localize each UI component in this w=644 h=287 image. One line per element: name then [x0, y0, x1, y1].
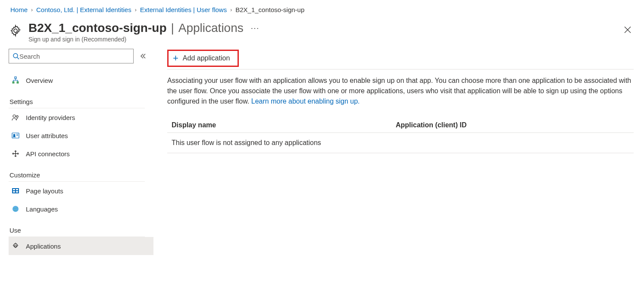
breadcrumb-current: B2X_1_contoso-sign-up — [235, 6, 304, 13]
svg-rect-5 — [15, 77, 16, 79]
svg-point-0 — [14, 29, 17, 32]
people-icon — [11, 113, 20, 122]
sidebar-item-identity-providers[interactable]: Identity providers — [9, 108, 153, 126]
svg-line-4 — [17, 57, 19, 59]
move-arrows-icon — [11, 149, 20, 158]
add-application-label: Add application — [183, 54, 230, 62]
sidebar-item-label: Identity providers — [26, 114, 75, 121]
sidebar-item-label: API connectors — [26, 150, 70, 158]
sidebar-item-label: Applications — [26, 243, 61, 250]
svg-rect-7 — [17, 82, 19, 83]
breadcrumb-link-directory[interactable]: Contoso, Ltd. | External Identities — [36, 6, 131, 13]
collapse-sidebar-button[interactable] — [140, 53, 147, 60]
gear-icon — [9, 24, 22, 38]
more-actions-button[interactable]: ⋯ — [248, 23, 263, 33]
sidebar-group-customize: Customize — [9, 163, 145, 182]
sidebar-group-settings: Settings — [9, 89, 145, 108]
svg-rect-17 — [13, 191, 15, 192]
toolbar: + Add application — [167, 47, 634, 69]
svg-rect-15 — [13, 189, 15, 190]
sitemap-icon — [11, 76, 20, 85]
table-empty-row: This user flow is not assigned to any ap… — [167, 133, 634, 153]
sidebar-item-user-attributes[interactable]: User attributes — [9, 126, 153, 145]
svg-point-3 — [13, 54, 18, 58]
column-display-name[interactable]: Display name — [172, 121, 396, 129]
svg-rect-18 — [16, 191, 18, 192]
svg-point-9 — [16, 116, 18, 117]
learn-more-link[interactable]: Learn more about enabling sign up. — [251, 98, 360, 105]
close-button[interactable] — [620, 24, 635, 36]
sidebar: Overview Settings Identity providers — [0, 47, 153, 255]
sidebar-item-languages[interactable]: Languages — [9, 200, 153, 218]
breadcrumb-link-home[interactable]: Home — [10, 6, 28, 13]
search-box[interactable] — [9, 49, 134, 63]
svg-rect-16 — [16, 189, 18, 190]
page-header: B2X_1_contoso-sign-up | Applications ⋯ S… — [0, 18, 644, 47]
page-section: Applications — [178, 21, 244, 35]
page-title-separator: | — [171, 21, 174, 35]
chevron-right-icon: › — [230, 7, 232, 13]
chevron-right-icon: › — [135, 7, 137, 13]
search-icon — [13, 53, 19, 60]
sidebar-item-overview[interactable]: Overview — [9, 71, 153, 89]
search-input[interactable] — [19, 53, 130, 60]
sidebar-item-label: Page layouts — [26, 187, 63, 195]
plus-icon: + — [173, 54, 178, 63]
globe-icon — [11, 205, 20, 213]
sidebar-item-api-connectors[interactable]: API connectors — [9, 145, 153, 163]
sidebar-item-label: User attributes — [26, 132, 68, 139]
add-application-button[interactable]: + Add application — [167, 50, 239, 67]
column-client-id[interactable]: Application (client) ID — [396, 121, 629, 129]
chevron-right-icon: › — [31, 7, 33, 13]
sidebar-item-label: Languages — [26, 205, 58, 213]
main-content: + Add application Associating your user … — [153, 47, 644, 153]
page-title: B2X_1_contoso-sign-up — [28, 21, 166, 35]
svg-point-11 — [13, 134, 15, 136]
svg-point-20 — [15, 245, 17, 247]
breadcrumb-link-userflows[interactable]: External Identities | User flows — [140, 6, 227, 13]
svg-rect-14 — [12, 188, 19, 193]
table-header: Display name Application (client) ID — [167, 118, 634, 133]
svg-point-8 — [13, 115, 16, 117]
sidebar-item-label: Overview — [26, 77, 53, 84]
sidebar-group-use: Use — [9, 218, 145, 237]
applications-table: Display name Application (client) ID Thi… — [167, 118, 634, 153]
id-card-icon — [11, 131, 20, 140]
gear-icon — [11, 242, 20, 250]
page-subtitle: Sign up and sign in (Recommended) — [28, 36, 620, 43]
sidebar-item-page-layouts[interactable]: Page layouts — [9, 182, 153, 200]
sidebar-item-applications[interactable]: Applications — [9, 237, 153, 255]
layout-grid-icon — [11, 186, 20, 195]
svg-rect-6 — [13, 82, 14, 83]
svg-point-19 — [13, 206, 19, 212]
description-text: Associating your user flow with an appli… — [167, 76, 634, 107]
breadcrumb: Home › Contoso, Ltd. | External Identiti… — [0, 0, 644, 18]
